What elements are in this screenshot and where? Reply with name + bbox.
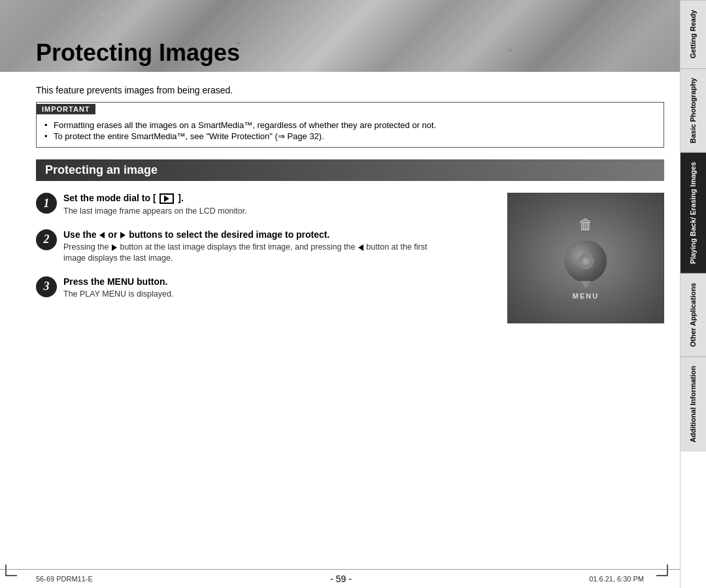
step-2-content: Use the or buttons to select the desired… xyxy=(63,229,497,265)
step-2-desc-mid1: button at the last image displays the fi… xyxy=(120,242,355,252)
corner-br xyxy=(656,564,668,576)
sidebar-tab-basic-photography[interactable]: Basic Photography xyxy=(681,68,706,152)
step-3-desc: The PLAY MENU is displayed. xyxy=(63,289,497,301)
page-header: Protecting Images xyxy=(0,0,680,72)
footer-left: 56-69 PDRM11-E xyxy=(36,575,93,583)
step-2: 2 Use the or buttons to select the desir… xyxy=(36,229,497,265)
section-title: Protecting an image xyxy=(45,163,158,176)
step-2-desc-suffix: image displays the last image. xyxy=(63,253,173,263)
important-box: IMPORTANT Formatting erases all the imag… xyxy=(36,102,664,148)
footer-page-indicator: - 59 - xyxy=(330,574,352,584)
sidebar-tab-playing-back-label: Playing Back/ Erasing Images xyxy=(688,162,698,264)
step-2-desc: Pressing the button at the last image di… xyxy=(63,242,497,265)
page-footer: 56-69 PDRM11-E - 59 - 01.6.21, 6:30 PM xyxy=(0,569,680,588)
main-content: Protecting Images This feature prevents … xyxy=(0,0,680,588)
step-2-desc-prefix: Pressing the xyxy=(63,242,109,252)
step-2-number: 2 xyxy=(36,229,57,250)
important-item-2: To protect the entire SmartMedia™, see "… xyxy=(44,131,656,142)
step-1-number: 1 xyxy=(36,193,57,214)
sidebar-tab-additional-info-label: Additional Information xyxy=(688,366,698,442)
step-1-title: Set the mode dial to [ ]. xyxy=(63,193,497,204)
page-title: Protecting Images xyxy=(36,39,240,67)
menu-btn-container: 🗑 MENU xyxy=(563,216,609,300)
step-2-title-prefix: Use the xyxy=(63,229,97,240)
section-header: Protecting an image xyxy=(36,159,664,181)
sidebar-tab-getting-ready[interactable]: Getting Ready xyxy=(681,0,706,68)
play-triangle-icon xyxy=(164,195,169,202)
corner-bl xyxy=(5,564,17,576)
sidebar-tab-additional-info[interactable]: Additional Information xyxy=(681,356,706,451)
sidebar-tab-basic-photography-label: Basic Photography xyxy=(688,78,698,143)
intro-text: This feature prevents images from being … xyxy=(36,85,664,95)
step-1-title-suffix: ]. xyxy=(178,193,184,203)
step-1-desc: The last image frame appears on the LCD … xyxy=(63,206,497,218)
play-mode-icon xyxy=(160,193,174,204)
footer-right: 01.6.21, 6:30 PM xyxy=(589,575,644,583)
step-1-content: Set the mode dial to [ ]. The last image… xyxy=(63,193,497,218)
important-label: IMPORTANT xyxy=(37,104,95,114)
step-3-title: Press the MENU button. xyxy=(63,276,497,287)
dial-circle xyxy=(563,238,609,284)
dial-inner xyxy=(578,253,594,269)
step-3-number: 3 xyxy=(36,276,57,297)
right-arrow-icon xyxy=(120,232,126,238)
step-2-desc-mid2: button at the first xyxy=(366,242,427,252)
steps-area: 1 Set the mode dial to [ ]. The last ima… xyxy=(36,193,664,323)
camera-image: 🗑 MENU xyxy=(507,193,664,323)
step-1: 1 Set the mode dial to [ ]. The last ima… xyxy=(36,193,497,218)
sidebar: Getting Ready Basic Photography Playing … xyxy=(680,0,706,588)
content-area: This feature prevents images from being … xyxy=(0,72,680,569)
step-3: 3 Press the MENU button. The PLAY MENU i… xyxy=(36,276,497,301)
dial-arrow-icon xyxy=(580,281,591,289)
sidebar-tab-playing-back[interactable]: Playing Back/ Erasing Images xyxy=(681,152,706,273)
step-2-title-middle: or xyxy=(108,229,117,240)
left-arrow-icon-2 xyxy=(358,244,363,251)
sidebar-tab-other-applications[interactable]: Other Applications xyxy=(681,273,706,356)
sidebar-tab-other-applications-label: Other Applications xyxy=(688,283,698,347)
important-item-1: Formatting erases all the images on a Sm… xyxy=(44,120,656,131)
step-3-content: Press the MENU button. The PLAY MENU is … xyxy=(63,276,497,301)
step-2-title-suffix: buttons to select the desired image to p… xyxy=(129,229,329,240)
left-arrow-icon xyxy=(99,232,105,238)
important-content: Formatting erases all the images on a Sm… xyxy=(37,117,664,147)
trash-icon: 🗑 xyxy=(579,216,593,233)
step-2-title: Use the or buttons to select the desired… xyxy=(63,229,497,240)
steps-text: 1 Set the mode dial to [ ]. The last ima… xyxy=(36,193,497,323)
menu-label: MENU xyxy=(573,292,599,300)
right-arrow-icon-2 xyxy=(112,244,117,251)
sidebar-tab-getting-ready-label: Getting Ready xyxy=(688,10,698,59)
important-list: Formatting erases all the images on a Sm… xyxy=(44,120,656,142)
step-1-title-prefix: Set the mode dial to [ xyxy=(63,193,156,203)
